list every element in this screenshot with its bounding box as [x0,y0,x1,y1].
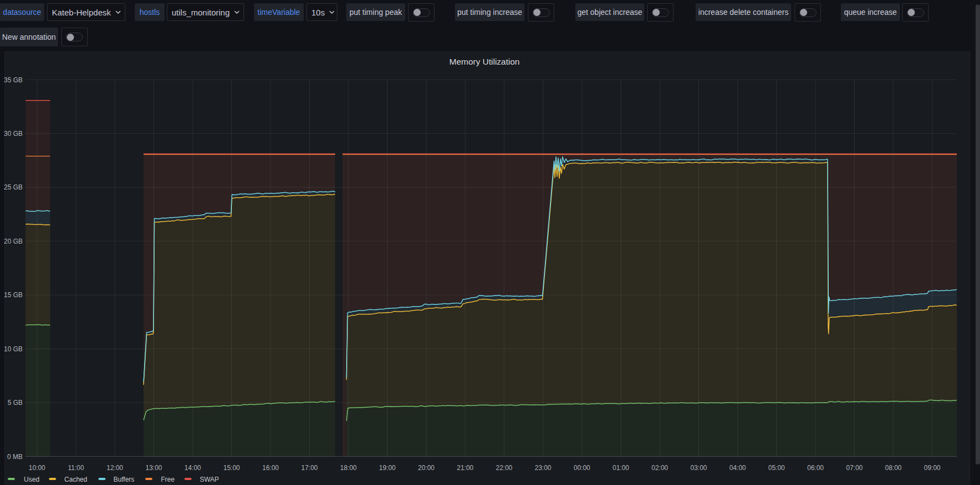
svg-text:16:00: 16:00 [262,464,279,472]
svg-text:30 GB: 30 GB [4,130,23,138]
svg-text:13:00: 13:00 [145,464,162,472]
svg-text:05:00: 05:00 [768,464,785,472]
svg-text:Buffers: Buffers [114,476,135,483]
svg-text:Memory Utilization: Memory Utilization [449,57,520,66]
svg-text:Used: Used [24,476,39,483]
svg-text:11:00: 11:00 [68,464,84,472]
svg-text:5 GB: 5 GB [8,399,23,407]
svg-text:21:00: 21:00 [457,464,473,472]
svg-text:08:00: 08:00 [885,464,902,472]
svg-text:06:00: 06:00 [807,464,824,472]
svg-text:15 GB: 15 GB [4,291,23,299]
svg-text:10 GB: 10 GB [4,345,23,353]
svg-text:03:00: 03:00 [690,464,707,472]
svg-text:04:00: 04:00 [729,464,746,472]
svg-text:07:00: 07:00 [846,464,862,472]
svg-text:20:00: 20:00 [418,464,435,472]
svg-text:12:00: 12:00 [107,464,123,472]
svg-text:17:00: 17:00 [301,464,317,472]
svg-text:20 GB: 20 GB [4,238,23,245]
svg-text:19:00: 19:00 [379,464,395,472]
svg-text:14:00: 14:00 [184,464,201,472]
svg-text:35 GB: 35 GB [4,76,23,84]
svg-text:25 GB: 25 GB [4,183,23,191]
svg-text:SWAP: SWAP [200,476,219,483]
svg-text:0 MB: 0 MB [7,453,23,461]
svg-text:01:00: 01:00 [612,464,629,472]
svg-text:02:00: 02:00 [651,464,668,472]
svg-text:Free: Free [161,476,174,483]
svg-text:09:00: 09:00 [924,464,940,472]
svg-text:18:00: 18:00 [340,464,357,472]
svg-text:15:00: 15:00 [223,464,240,472]
svg-text:10:00: 10:00 [29,464,45,472]
svg-text:22:00: 22:00 [496,464,512,472]
svg-text:00:00: 00:00 [574,464,590,472]
svg-text:Cached: Cached [65,476,87,483]
svg-text:23:00: 23:00 [534,464,551,472]
